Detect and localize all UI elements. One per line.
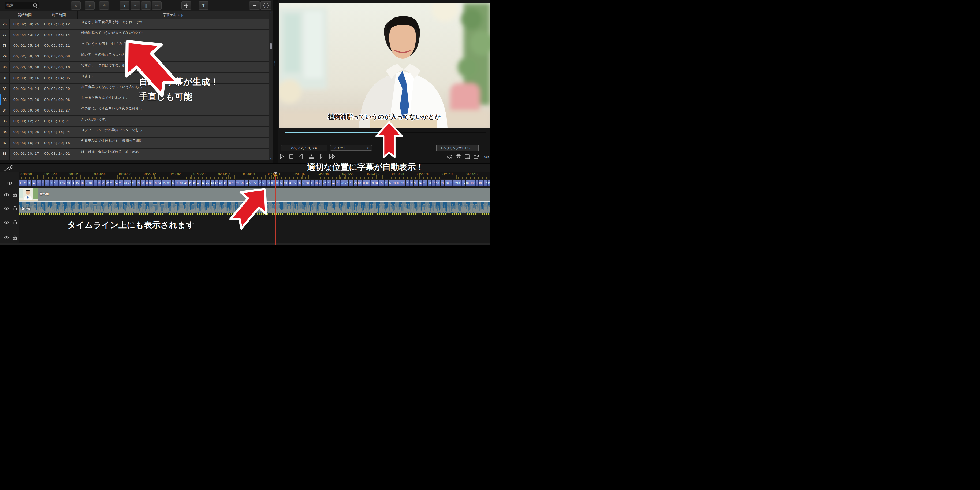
caption-text[interactable]: た研究なんですけれども、最初の二週間 [78,137,269,148]
timeline-caption-block[interactable]: 65. [292,180,297,187]
timeline-caption-block[interactable]: 71. [319,180,322,187]
timeline-caption-block[interactable]: 14. [71,180,75,187]
caption-list-scrollbar[interactable]: ▲ ▼ [269,11,273,160]
track-visibility-icon[interactable] [4,220,9,224]
timeline-caption-block[interactable]: 47. [215,180,218,187]
timeline-caption-block[interactable]: 20. [97,180,102,187]
caption-row[interactable]: 76 00; 02; 50; 25 00; 02; 53; 12 りとか、加工食… [0,19,269,29]
timeline-caption-block[interactable]: 48. [218,180,223,187]
caption-text[interactable]: たいと思います。 [78,116,269,126]
caption-text[interactable]: 植物油脂っていうのが入ってないかとか [78,29,269,40]
timeline-caption-block[interactable]: 50. [228,180,232,187]
timeline-caption-block[interactable]: 24. [115,180,118,187]
timeline-caption-block[interactable]: 6. [41,180,45,187]
add-marker-button[interactable] [309,154,314,159]
playhead-line[interactable] [275,172,276,245]
caption-start-time[interactable]: 00; 03; 03; 16 [10,73,40,83]
caption-start-time[interactable]: 00; 03; 04; 24 [10,84,40,94]
timeline-caption-block[interactable]: 22. [106,180,110,187]
caption-end-time[interactable]: 00; 03; 00; 08 [40,51,78,61]
razor-tool-icon[interactable] [4,164,13,172]
timeline-caption-block[interactable]: 68. [305,180,310,187]
timeline-caption-block[interactable]: 39. [180,180,184,187]
caption-end-time[interactable]: 00; 03; 16; 24 [40,127,78,137]
split-caption-button[interactable]: ][ [141,2,151,10]
timeline-caption-block[interactable]: 21. [102,180,105,187]
timeline-caption-block[interactable]: 51. [232,180,235,187]
timeline-caption-block[interactable]: 40. [184,180,188,187]
timeline-caption-block[interactable]: 89. [397,180,401,187]
timeline-caption-block[interactable]: 83. [370,180,375,187]
timeline-caption-block[interactable]: 93. [414,180,418,187]
timeline-caption-block[interactable]: 82. [366,180,370,187]
timeline-caption-block[interactable]: 80. [358,180,362,187]
timeline-caption-block[interactable]: 70. [314,180,319,187]
timeline-caption-block[interactable]: 3. [28,180,31,187]
caption-end-time[interactable]: 00; 03; 07; 29 [40,84,78,94]
timeline-caption-block[interactable]: 43. [197,180,201,187]
timeline-caption-block[interactable]: 103. [457,180,462,187]
timeline-caption-block[interactable]: 92. [409,180,414,187]
timeline-caption-block[interactable]: 79. [354,180,358,187]
timeline-caption-block[interactable]: 42. [192,180,196,187]
timeline-caption-block[interactable]: 32. [149,180,153,187]
text-style-button[interactable]: T [199,2,208,10]
timeline-caption-block[interactable]: 109. [484,180,488,187]
export-frame-icon[interactable] [474,155,479,159]
timeline-caption-block[interactable]: 52. [236,180,240,187]
timeline-caption-block[interactable]: 78. [348,180,353,187]
zoom-level-select[interactable]: フィット ▼ [330,145,372,151]
timeline-caption-block[interactable]: 33. [153,180,158,187]
track-lock-icon[interactable] [13,206,17,210]
timeline-caption-block[interactable]: 26. [124,180,128,187]
timeline-caption-block[interactable]: 58. [262,180,267,187]
timeline-caption-block[interactable]: 75. [336,180,340,187]
caption-row[interactable]: 83 00; 03; 07; 29 00; 03; 09; 06 しゃると思うん… [0,94,269,105]
step-forward-button[interactable] [319,154,324,159]
render-preview-button[interactable]: レンダリングプレビュー [436,145,479,151]
timeline-caption-block[interactable]: 107. [476,180,479,187]
next-caption-button[interactable]: ∨ [85,2,95,10]
timeline-caption-block[interactable]: 37. [172,180,175,187]
timeline-caption-block[interactable]: 105. [466,180,471,187]
panel-divider[interactable] [273,0,279,163]
caption-start-time[interactable]: 00; 03; 09; 06 [10,105,40,115]
caption-end-time[interactable]: 00; 03; 12; 27 [40,105,78,115]
timeline-caption-block[interactable]: 41. [189,180,192,187]
timeline-caption-block[interactable]: 84. [375,180,379,187]
prev-caption-button[interactable]: ∧ [71,2,81,10]
scroll-down-icon[interactable]: ▼ [269,157,273,160]
timeline-caption-block[interactable]: 38. [175,180,180,187]
timeline-caption-block[interactable]: 28. [132,180,137,187]
find-replace-button[interactable]: ab [99,2,109,10]
timeline-caption-block[interactable]: 9. [50,180,54,187]
track-visibility-icon[interactable] [7,181,12,185]
timeline-caption-block[interactable]: 104. [462,180,466,187]
timeline-caption-block[interactable]: 64. [288,180,292,187]
timeline-caption-block[interactable]: 85. [379,180,384,187]
timeline-caption-block[interactable]: 19. [93,180,97,187]
caption-start-time[interactable]: 00; 02; 50; 25 [10,19,40,29]
move-caption-button[interactable] [181,2,191,10]
timeline-caption-block[interactable]: 96. [428,180,432,187]
current-timecode[interactable]: 00; 02; 53; 29 [281,145,328,151]
info-button[interactable]: i [261,2,271,10]
play-button[interactable] [280,154,284,159]
timeline-caption-block[interactable]: 44. [202,180,205,187]
scrollbar-thumb[interactable] [270,43,272,49]
timeline-caption-block[interactable]: 74. [332,180,335,187]
timeline-caption-block[interactable]: 69. [310,180,314,187]
timeline-caption-block[interactable]: 34. [158,180,162,187]
timeline-caption-block[interactable]: 35. [162,180,167,187]
more-options-button[interactable]: ••• [249,2,260,10]
timeline-caption-block[interactable]: 81. [362,180,366,187]
timeline-caption-block[interactable]: 100. [445,180,449,187]
timeline-caption-block[interactable]: 31. [145,180,149,187]
video-preview[interactable]: 植物油脂っていうのが入ってないかとか [279,3,490,128]
timeline-caption-block[interactable]: 66. [298,180,301,187]
timeline-caption-block[interactable]: 87. [388,180,392,187]
caption-end-time[interactable]: 00; 03; 24; 02 [40,148,78,159]
timeline-caption-block[interactable]: 17. [85,180,88,187]
track-lock-icon[interactable] [13,193,17,197]
stop-button[interactable] [289,154,294,159]
